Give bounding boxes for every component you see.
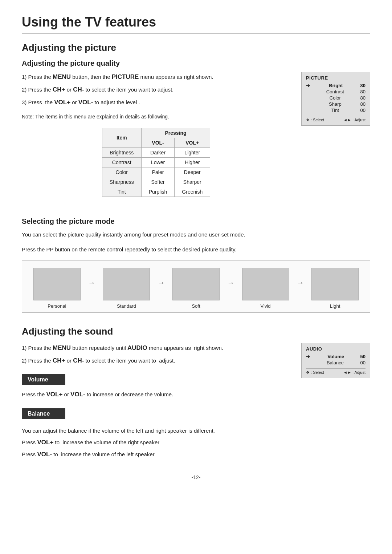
- audio-menu-title: AUDIO: [306, 346, 366, 352]
- picture-modes-container: Personal → Standard → Soft → Vivid → Lig…: [22, 260, 370, 313]
- picture-quality-text: 1) Press the MENU button, then the PICTU…: [22, 72, 290, 204]
- table-header-vol-plus: VOL+: [175, 138, 210, 147]
- table-cell-vol-minus: Paler: [141, 167, 175, 177]
- menu-arrow: ➔: [306, 83, 310, 88]
- picture-mode-section: Selecting the picture mode You can selec…: [22, 217, 370, 313]
- sound-instruction-1: 1) Press the MENU button repeatedly unti…: [22, 343, 290, 353]
- table-row: Tint Purplish Greenish: [102, 187, 210, 197]
- table-cell-vol-minus: Softer: [141, 177, 175, 187]
- volume-label: Volume: [22, 374, 65, 385]
- mode-label: Soft: [192, 303, 200, 309]
- mode-box: [172, 268, 220, 300]
- menu-item-label: Bright: [329, 83, 343, 88]
- instruction-3: 3) Press the VOL+ or VOL- to adjust the …: [22, 97, 290, 107]
- menu-item-label: Color: [330, 95, 341, 101]
- picture-menu-footer: ❖ : Select ◄► : Adjust: [306, 116, 366, 122]
- table-cell-vol-plus: Higher: [175, 157, 210, 167]
- table-row: Sharpness Softer Sharper: [102, 177, 210, 187]
- page-title: Using the TV features: [22, 15, 370, 33]
- menu-item-label: Volume: [327, 354, 344, 359]
- press-table: Item Pressing VOL- VOL+ Brightness Darke…: [102, 128, 210, 197]
- table-cell-vol-plus: Sharper: [175, 177, 210, 187]
- table-row: Contrast Lower Higher: [102, 157, 210, 167]
- picture-menu-item: Contrast80: [306, 89, 366, 94]
- menu-arrow: [306, 360, 309, 365]
- mode-label: Vivid: [261, 303, 271, 309]
- menu-arrow: [306, 108, 309, 113]
- table-cell-vol-plus: Lighter: [175, 147, 210, 157]
- picture-menu-item: Tint00: [306, 108, 366, 113]
- picture-menu-box: PICTURE ➔Bright80 Contrast80 Color80 Sha…: [301, 72, 370, 126]
- menu-item-value: 00: [360, 360, 366, 365]
- sound-section-heading: Adjusting the sound: [22, 326, 370, 337]
- page-number: -12-: [22, 474, 370, 480]
- mode-label: Standard: [117, 303, 136, 309]
- picture-section-heading: Adjusting the picture: [22, 42, 370, 53]
- audio-menu-footer: ❖ : Select ◄► : Adjust: [306, 368, 366, 375]
- instruction-1: 1) Press the MENU button, then the PICTU…: [22, 72, 290, 82]
- instruction-2: 2) Press the CH+ or CH- to select the it…: [22, 85, 290, 94]
- balance-left: Press VOL- to increase the volume of the…: [22, 449, 290, 459]
- picture-mode-heading: Selecting the picture mode: [22, 217, 370, 226]
- sound-instruction-2: 2) Press the CH+ or CH- to select the it…: [22, 356, 290, 365]
- volume-text: Press the VOL+ or VOL- to increase or de…: [22, 389, 290, 399]
- menu-arrow: [306, 95, 309, 101]
- picture-mode-desc1: You can select the picture quality insta…: [22, 230, 370, 239]
- audio-menu-adjust: ◄► : Adjust: [343, 370, 366, 375]
- menu-item-label: Contrast: [326, 89, 344, 94]
- picture-menu-item: Sharp80: [306, 101, 366, 107]
- table-cell-vol-minus: Lower: [141, 157, 175, 167]
- table-cell-vol-plus: Greenish: [175, 187, 210, 197]
- mode-box: [242, 268, 289, 300]
- menu-arrow: [306, 89, 309, 94]
- balance-desc: You can adjust the balance if the volume…: [22, 426, 290, 435]
- audio-menu-item: ➔Volume50: [306, 354, 366, 359]
- picture-menu-item: Color80: [306, 95, 366, 101]
- table-cell-item: Tint: [102, 187, 141, 197]
- mode-label: Light: [330, 303, 340, 309]
- menu-item-value: 80: [360, 89, 366, 94]
- mode-box: [311, 268, 359, 300]
- mode-box: [33, 268, 81, 300]
- balance-label: Balance: [22, 408, 65, 419]
- menu-item-value: 50: [360, 354, 366, 359]
- mode-item: Vivid: [236, 268, 295, 309]
- table-cell-vol-minus: Purplish: [141, 187, 175, 197]
- mode-item: Light: [305, 268, 365, 309]
- menu-arrow: ➔: [306, 354, 310, 359]
- mode-label: Personal: [48, 303, 66, 309]
- mode-item: Standard: [97, 268, 156, 309]
- mode-item: Soft: [166, 268, 226, 309]
- menu-item-value: 80: [360, 95, 366, 101]
- picture-menu-item: ➔Bright80: [306, 83, 366, 88]
- menu-item-value: 80: [360, 101, 366, 107]
- mode-item: Personal: [27, 268, 87, 309]
- balance-text: You can adjust the balance if the volume…: [22, 426, 290, 459]
- audio-menu-box: AUDIO ➔Volume50 Balance00 ❖ : Select ◄► …: [301, 343, 370, 378]
- table-cell-item: Contrast: [102, 157, 141, 167]
- mode-arrow-icon: →: [156, 279, 166, 287]
- mode-box: [103, 268, 150, 300]
- menu-item-value: 80: [360, 83, 366, 88]
- mode-arrow-icon: →: [295, 279, 305, 287]
- menu-item-value: 00: [360, 108, 366, 113]
- table-row: Color Paler Deeper: [102, 167, 210, 177]
- table-cell-vol-minus: Darker: [141, 147, 175, 157]
- audio-menu-item: Balance00: [306, 360, 366, 365]
- picture-section: Adjusting the picture Adjusting the pict…: [22, 42, 370, 204]
- picture-note: Note: The items in this menu are explain…: [22, 113, 290, 121]
- table-cell-item: Brightness: [102, 147, 141, 157]
- picture-quality-heading: Adjusting the picture quality: [22, 59, 370, 68]
- table-cell-vol-plus: Deeper: [175, 167, 210, 177]
- picture-menu-adjust: ◄► : Adjust: [343, 118, 366, 122]
- table-cell-item: Color: [102, 167, 141, 177]
- picture-menu-title: PICTURE: [306, 75, 366, 81]
- mode-arrow-icon: →: [87, 279, 97, 287]
- balance-right: Press VOL+ to increase the volume of the…: [22, 437, 290, 447]
- mode-arrow-icon: →: [226, 279, 236, 287]
- picture-menu-select: ❖ : Select: [306, 118, 324, 122]
- table-header-vol-minus: VOL-: [141, 138, 175, 147]
- table-row: Brightness Darker Lighter: [102, 147, 210, 157]
- menu-arrow: [306, 101, 309, 107]
- menu-item-label: Tint: [331, 108, 339, 113]
